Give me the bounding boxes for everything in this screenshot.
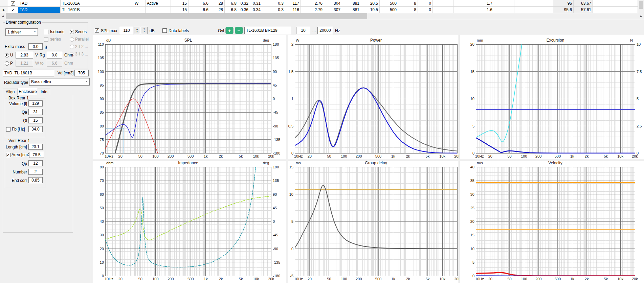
table-cell[interactable]: TL-1601A <box>61 0 133 7</box>
table-cell[interactable]: 63.67 <box>574 0 593 7</box>
table-cell[interactable]: 28 <box>210 7 225 13</box>
table-cell[interactable] <box>133 7 146 13</box>
table-cell[interactable] <box>593 0 627 7</box>
table-cell[interactable] <box>627 0 638 7</box>
table-cell[interactable] <box>433 7 453 13</box>
row-enable-checkbox[interactable]: ✓ <box>11 1 15 6</box>
table-h-scrollbar[interactable]: ◄ ► <box>0 13 644 19</box>
endcorr-field[interactable]: 0.85 <box>28 177 43 183</box>
qp-field[interactable]: 12 <box>28 160 43 166</box>
table-cell[interactable]: 96 <box>553 0 574 7</box>
spin-up-icon[interactable]: ▲ <box>136 28 138 30</box>
table-cell[interactable] <box>534 0 553 7</box>
spin-down-icon[interactable]: ▼ <box>136 30 138 33</box>
table-cell[interactable]: 8 <box>398 0 418 7</box>
table-cell[interactable]: 1.6 <box>474 7 494 13</box>
table-cell[interactable]: 304 <box>324 0 342 7</box>
voltage-radio[interactable] <box>5 53 9 57</box>
table-cell[interactable]: 0.32 <box>238 0 250 7</box>
table-cell[interactable]: 307 <box>324 7 342 13</box>
v-scrollbar-thumb[interactable] <box>639 1 643 9</box>
table-cell[interactable]: 28 <box>210 0 225 7</box>
table-cell[interactable] <box>433 0 453 7</box>
table-cell[interactable]: TAD <box>18 0 61 7</box>
table-cell[interactable]: 2.76 <box>301 0 324 7</box>
overlay-remove-button[interactable]: − <box>235 27 243 34</box>
h-scrollbar-thumb[interactable] <box>6 13 367 19</box>
row-enable-checkbox[interactable]: ✓ <box>11 8 15 12</box>
overlay-add-button[interactable]: + <box>225 27 234 34</box>
table-cell[interactable]: 500 <box>380 7 398 13</box>
freq-max-field[interactable]: 20000 <box>317 27 333 34</box>
table-cell[interactable]: 2.79 <box>301 7 324 13</box>
table-cell[interactable] <box>494 7 514 13</box>
table-cell[interactable] <box>593 7 627 13</box>
table-cell[interactable]: 0.34 <box>250 7 262 13</box>
table-cell[interactable]: 19.5 <box>361 7 380 13</box>
tab-align[interactable]: Align <box>3 89 18 95</box>
overlay-name-field[interactable]: TL-1601B BR129 <box>244 27 291 34</box>
ql-field[interactable]: 15 <box>28 117 43 123</box>
tab-info[interactable]: Info <box>38 89 50 95</box>
voltage-field[interactable]: 2.83 <box>16 52 33 58</box>
table-cell[interactable]: 15 <box>171 0 188 7</box>
table-cell[interactable]: 881 <box>342 7 361 13</box>
driver-count-select[interactable]: 1 driver ⌄ <box>5 28 38 36</box>
table-cell[interactable] <box>453 7 474 13</box>
area-field[interactable]: 78.5 <box>29 152 44 158</box>
table-cell[interactable]: 116 <box>285 7 301 13</box>
table-cell[interactable]: 6.6 <box>188 7 210 13</box>
spl-max-checkbox[interactable]: ✓ <box>95 28 99 33</box>
table-cell[interactable]: Active <box>146 0 171 7</box>
table-cell[interactable]: 0 <box>418 0 433 7</box>
qa-field[interactable]: 31 <box>28 109 43 115</box>
table-cell[interactable] <box>514 7 534 13</box>
table-cell[interactable] <box>453 0 474 7</box>
tab-enclosure[interactable]: Enclosure <box>18 88 38 95</box>
table-cell[interactable] <box>494 0 514 7</box>
spl-max-spinner[interactable]: ▲ ▼ <box>134 27 140 34</box>
table-cell[interactable]: 95.6 <box>553 7 574 13</box>
table-cell[interactable]: 20.5 <box>361 0 380 7</box>
table-cell[interactable]: 1.7 <box>474 0 494 7</box>
table-cell[interactable]: 0.36 <box>238 7 250 13</box>
fb-checkbox[interactable] <box>6 127 10 132</box>
number-field[interactable]: 2 <box>28 169 43 175</box>
table-cell[interactable] <box>514 0 534 7</box>
table-cell[interactable]: 500 <box>380 0 398 7</box>
volume-field[interactable]: 129 <box>28 100 43 107</box>
driver-name-field[interactable]: TAD TL-1601B <box>3 70 54 76</box>
table-cell[interactable]: 15 <box>171 7 188 13</box>
area-checkbox[interactable]: ✓ <box>6 153 10 157</box>
table-cell[interactable]: 0.3 <box>262 0 285 7</box>
autoscale-button[interactable]: ▼ ▲ <box>141 27 148 34</box>
isobaric-checkbox[interactable] <box>44 30 48 34</box>
freq-min-field[interactable]: 10 <box>296 27 310 34</box>
table-v-scrollbar[interactable] <box>638 0 644 13</box>
table-cell[interactable]: 6.6 <box>188 0 210 7</box>
table-cell[interactable]: TAD <box>18 7 61 13</box>
table-cell[interactable]: 0.3 <box>262 7 285 13</box>
table-cell[interactable] <box>534 7 553 13</box>
length-field[interactable]: 23.1 <box>28 144 43 150</box>
table-cell[interactable]: 881 <box>342 0 361 7</box>
table-cell[interactable]: W <box>133 0 146 7</box>
table-cell[interactable]: 57.61 <box>574 7 593 13</box>
table-cell[interactable]: 117 <box>285 0 301 7</box>
series-radio[interactable] <box>70 30 74 34</box>
data-labels-checkbox[interactable] <box>162 28 167 33</box>
spl-max-field[interactable]: 110 <box>120 27 133 34</box>
table-cell[interactable]: 0 <box>418 7 433 13</box>
fb-field[interactable]: 34.0 <box>28 126 43 132</box>
radiator-type-select[interactable]: Bass reflex ⌄ <box>29 78 90 86</box>
rg-field[interactable]: 0.0 <box>47 52 62 58</box>
vd-field[interactable]: 705 <box>74 70 89 76</box>
table-cell[interactable]: TL-1601B <box>61 7 133 13</box>
table-cell[interactable]: 8 <box>398 7 418 13</box>
table-cell[interactable] <box>627 7 638 13</box>
table-cell[interactable]: 6.8 <box>225 0 238 7</box>
extra-mass-field[interactable]: 0.0 <box>28 43 43 50</box>
power-radio[interactable] <box>5 61 9 66</box>
table-cell[interactable] <box>146 7 171 13</box>
table-cell[interactable]: 0.31 <box>250 0 262 7</box>
